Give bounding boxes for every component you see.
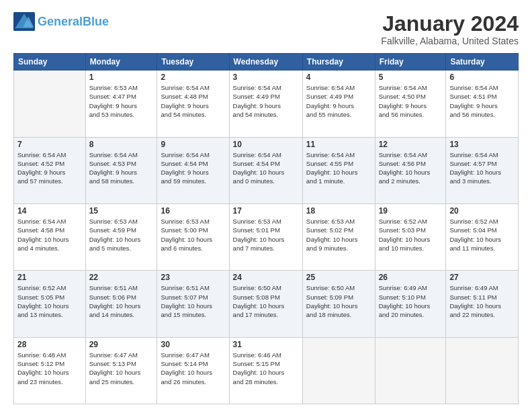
calendar-day-cell: 6Sunrise: 6:54 AMSunset: 4:51 PMDaylight… [446,71,519,137]
calendar-day-cell: 26Sunrise: 6:49 AMSunset: 5:10 PMDayligh… [375,271,446,337]
weekday-header: Tuesday [157,54,229,71]
day-number: 31 [233,340,299,349]
day-info: Sunrise: 6:46 AMSunset: 5:15 PMDaylight:… [233,351,299,386]
calendar-day-cell: 8Sunrise: 6:54 AMSunset: 4:53 PMDaylight… [85,137,157,203]
day-info: Sunrise: 6:51 AMSunset: 5:06 PMDaylight:… [89,283,154,319]
day-number: 1 [89,73,154,82]
calendar-day-cell: 7Sunrise: 6:54 AMSunset: 4:52 PMDaylight… [14,137,86,203]
day-number: 19 [379,206,443,216]
day-number: 17 [233,206,299,216]
calendar-header-row: SundayMondayTuesdayWednesdayThursdayFrid… [14,54,519,71]
weekday-header: Saturday [446,54,519,71]
day-info: Sunrise: 6:52 AMSunset: 5:05 PMDaylight:… [17,283,82,319]
day-number: 23 [161,273,225,282]
calendar-week-row: 28Sunrise: 6:48 AMSunset: 5:12 PMDayligh… [14,337,519,404]
day-number: 28 [17,340,82,349]
calendar-day-cell: 22Sunrise: 6:51 AMSunset: 5:06 PMDayligh… [85,271,157,337]
calendar-day-cell: 10Sunrise: 6:54 AMSunset: 4:54 PMDayligh… [229,137,302,203]
day-info: Sunrise: 6:48 AMSunset: 5:12 PMDaylight:… [17,351,82,386]
day-number: 10 [233,140,299,149]
day-info: Sunrise: 6:54 AMSunset: 4:55 PMDaylight:… [306,150,371,186]
calendar-day-cell [14,71,86,137]
header: GeneralBlue January 2024 Falkville, Alab… [13,12,519,46]
day-info: Sunrise: 6:53 AMSunset: 5:00 PMDaylight:… [161,217,225,253]
page: GeneralBlue January 2024 Falkville, Alab… [0,0,532,411]
title-block: January 2024 Falkville, Alabama, United … [381,12,519,46]
logo-general: General [38,15,83,28]
day-info: Sunrise: 6:53 AMSunset: 4:59 PMDaylight:… [89,217,154,253]
calendar-day-cell: 23Sunrise: 6:51 AMSunset: 5:07 PMDayligh… [157,271,229,337]
calendar-day-cell: 15Sunrise: 6:53 AMSunset: 4:59 PMDayligh… [85,203,157,270]
calendar-day-cell: 24Sunrise: 6:50 AMSunset: 5:08 PMDayligh… [229,271,302,337]
calendar-day-cell: 9Sunrise: 6:54 AMSunset: 4:54 PMDaylight… [157,137,229,203]
calendar-day-cell: 14Sunrise: 6:54 AMSunset: 4:58 PMDayligh… [14,203,86,270]
day-number: 27 [449,273,515,282]
day-info: Sunrise: 6:52 AMSunset: 5:04 PMDaylight:… [449,217,515,253]
day-number: 13 [449,140,515,149]
day-number: 24 [233,273,299,282]
day-number: 11 [306,140,371,149]
calendar-day-cell: 18Sunrise: 6:53 AMSunset: 5:02 PMDayligh… [302,203,375,270]
day-number: 8 [89,140,154,149]
calendar-week-row: 1Sunrise: 6:53 AMSunset: 4:47 PMDaylight… [14,71,519,137]
day-info: Sunrise: 6:49 AMSunset: 5:11 PMDaylight:… [449,283,515,319]
day-number: 22 [89,273,154,282]
day-number: 5 [379,73,443,82]
day-info: Sunrise: 6:54 AMSunset: 4:50 PMDaylight:… [379,83,443,119]
day-info: Sunrise: 6:54 AMSunset: 4:58 PMDaylight:… [17,217,82,253]
day-info: Sunrise: 6:54 AMSunset: 4:49 PMDaylight:… [306,83,371,119]
calendar-day-cell: 29Sunrise: 6:47 AMSunset: 5:13 PMDayligh… [85,337,157,404]
weekday-header: Thursday [302,54,375,71]
calendar-week-row: 21Sunrise: 6:52 AMSunset: 5:05 PMDayligh… [14,271,519,337]
day-number: 2 [161,73,225,82]
calendar-day-cell: 19Sunrise: 6:52 AMSunset: 5:03 PMDayligh… [375,203,446,270]
calendar-day-cell: 20Sunrise: 6:52 AMSunset: 5:04 PMDayligh… [446,203,519,270]
calendar-day-cell: 30Sunrise: 6:47 AMSunset: 5:14 PMDayligh… [157,337,229,404]
day-number: 16 [161,206,225,216]
logo-blue: Blue [83,15,109,28]
calendar: SundayMondayTuesdayWednesdayThursdayFrid… [13,53,519,404]
day-info: Sunrise: 6:54 AMSunset: 4:48 PMDaylight:… [161,83,225,119]
day-info: Sunrise: 6:54 AMSunset: 4:54 PMDaylight:… [161,150,225,186]
day-number: 29 [89,340,154,349]
location-title: Falkville, Alabama, United States [381,36,519,46]
day-info: Sunrise: 6:49 AMSunset: 5:10 PMDaylight:… [379,283,443,319]
logo: GeneralBlue [13,12,109,31]
day-info: Sunrise: 6:47 AMSunset: 5:13 PMDaylight:… [89,351,154,386]
logo-icon [13,12,35,31]
day-info: Sunrise: 6:53 AMSunset: 5:02 PMDaylight:… [306,217,371,253]
day-info: Sunrise: 6:47 AMSunset: 5:14 PMDaylight:… [161,351,225,386]
day-info: Sunrise: 6:50 AMSunset: 5:08 PMDaylight:… [233,283,299,319]
logo-text: GeneralBlue [38,15,109,28]
weekday-header: Monday [85,54,157,71]
day-info: Sunrise: 6:54 AMSunset: 4:53 PMDaylight:… [89,150,154,186]
day-number: 20 [449,206,515,216]
calendar-day-cell: 28Sunrise: 6:48 AMSunset: 5:12 PMDayligh… [14,337,86,404]
calendar-day-cell [302,337,375,404]
calendar-day-cell: 3Sunrise: 6:54 AMSunset: 4:49 PMDaylight… [229,71,302,137]
day-number: 26 [379,273,443,282]
day-number: 18 [306,206,371,216]
weekday-header: Wednesday [229,54,302,71]
day-number: 6 [449,73,515,82]
month-title: January 2024 [381,12,519,36]
day-info: Sunrise: 6:54 AMSunset: 4:51 PMDaylight:… [449,83,515,119]
day-number: 30 [161,340,225,349]
day-info: Sunrise: 6:54 AMSunset: 4:49 PMDaylight:… [233,83,299,119]
calendar-week-row: 7Sunrise: 6:54 AMSunset: 4:52 PMDaylight… [14,137,519,203]
calendar-day-cell: 11Sunrise: 6:54 AMSunset: 4:55 PMDayligh… [302,137,375,203]
calendar-day-cell: 13Sunrise: 6:54 AMSunset: 4:57 PMDayligh… [446,137,519,203]
day-info: Sunrise: 6:52 AMSunset: 5:03 PMDaylight:… [379,217,443,253]
day-info: Sunrise: 6:53 AMSunset: 5:01 PMDaylight:… [233,217,299,253]
day-number: 14 [17,206,82,216]
day-number: 9 [161,140,225,149]
day-number: 21 [17,273,82,282]
calendar-day-cell: 12Sunrise: 6:54 AMSunset: 4:56 PMDayligh… [375,137,446,203]
day-info: Sunrise: 6:54 AMSunset: 4:57 PMDaylight:… [449,150,515,186]
calendar-day-cell [375,337,446,404]
day-number: 4 [306,73,371,82]
day-info: Sunrise: 6:50 AMSunset: 5:09 PMDaylight:… [306,283,371,319]
calendar-day-cell: 1Sunrise: 6:53 AMSunset: 4:47 PMDaylight… [85,71,157,137]
weekday-header: Sunday [14,54,86,71]
day-number: 25 [306,273,371,282]
